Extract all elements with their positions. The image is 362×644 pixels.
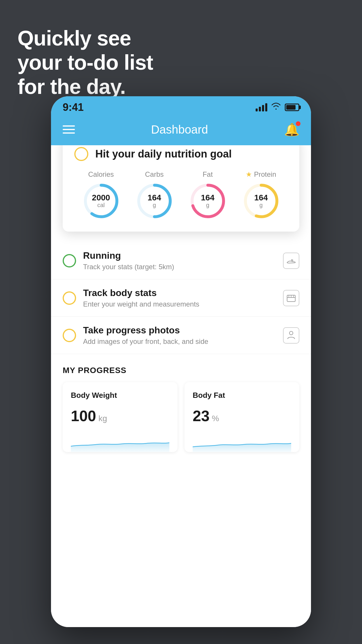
hero-line1: Quickly see xyxy=(17,26,153,50)
body-stats-checkbox[interactable] xyxy=(63,291,76,305)
body-weight-unit: kg xyxy=(99,414,107,423)
body-weight-card: Body Weight 100 kg xyxy=(63,382,178,452)
nutrition-card: Hit your daily nutrition goal Calories 2… xyxy=(63,145,299,232)
progress-section: MY PROGRESS Body Weight 100 kg xyxy=(51,354,311,458)
phone-mockup: 9:41 Da xyxy=(51,96,311,627)
body-weight-value: 100 xyxy=(71,407,96,425)
body-stats-title: Track body stats xyxy=(83,288,276,298)
notifications-button[interactable]: 🔔 xyxy=(284,123,299,137)
photos-checkbox[interactable] xyxy=(63,329,76,342)
battery-icon xyxy=(285,104,299,111)
signal-bar-4 xyxy=(265,103,267,111)
body-fat-chart xyxy=(193,432,291,452)
signal-bar-1 xyxy=(256,108,258,111)
nutrition-fat: Fat 164 g xyxy=(189,170,227,220)
menu-button[interactable] xyxy=(63,125,75,134)
todo-item-running[interactable]: Running Track your stats (target: 5km) xyxy=(51,242,311,279)
hero-line2: your to-do list xyxy=(17,50,153,75)
hero-line3: for the day. xyxy=(17,75,153,99)
nutrition-row: Calories 2000 cal Carbs xyxy=(74,170,288,220)
photos-text: Take progress photos Add images of your … xyxy=(83,325,276,346)
calories-ring: 2000 cal xyxy=(82,182,120,220)
protein-label: ★ Protein xyxy=(246,170,276,178)
carbs-ring: 164 g xyxy=(136,182,173,220)
protein-label-text: Protein xyxy=(254,170,276,178)
signal-bars-icon xyxy=(256,103,267,111)
running-checkbox[interactable] xyxy=(63,254,76,267)
app-header: Dashboard 🔔 xyxy=(51,116,311,145)
photos-icon xyxy=(283,327,299,344)
photos-subtitle: Add images of your front, back, and side xyxy=(83,337,276,346)
todo-item-photos[interactable]: Take progress photos Add images of your … xyxy=(51,317,311,354)
running-icon xyxy=(283,253,299,269)
carbs-value: 164 xyxy=(147,194,161,202)
hamburger-line-3 xyxy=(63,132,75,134)
fat-value-text: 164 g xyxy=(201,194,215,209)
star-icon: ★ xyxy=(246,170,252,178)
header-title: Dashboard xyxy=(151,123,208,136)
nutrition-protein: ★ Protein 164 g xyxy=(242,170,280,220)
photos-title: Take progress photos xyxy=(83,325,276,336)
app-content: THINGS TO DO TODAY Hit your daily nutrit… xyxy=(51,145,311,627)
hero-text: Quickly see your to-do list for the day. xyxy=(17,26,153,99)
carbs-value-text: 164 g xyxy=(147,194,161,209)
wifi-icon xyxy=(271,103,281,112)
protein-unit: g xyxy=(254,202,268,209)
fat-ring: 164 g xyxy=(189,182,227,220)
scale-icon xyxy=(286,293,296,303)
progress-cards: Body Weight 100 kg xyxy=(63,382,299,452)
calories-unit: cal xyxy=(92,202,110,209)
progress-title: MY PROGRESS xyxy=(63,366,299,375)
nutrition-calories: Calories 2000 cal xyxy=(82,170,120,220)
todo-list: Running Track your stats (target: 5km) T… xyxy=(51,242,311,458)
body-fat-card-title: Body Fat xyxy=(193,391,291,400)
signal-bar-2 xyxy=(259,107,261,111)
protein-ring: 164 g xyxy=(242,182,280,220)
body-weight-value-row: 100 kg xyxy=(71,407,169,425)
shoe-icon xyxy=(286,256,296,266)
carbs-label: Carbs xyxy=(145,170,164,178)
protein-value-text: 164 g xyxy=(254,194,268,209)
todo-item-body-stats[interactable]: Track body stats Enter your weight and m… xyxy=(51,279,311,317)
nutrition-checkbox[interactable] xyxy=(74,147,88,161)
body-fat-card: Body Fat 23 % xyxy=(184,382,299,452)
body-fat-value-row: 23 % xyxy=(193,407,291,425)
hamburger-line-1 xyxy=(63,125,75,127)
svg-point-13 xyxy=(289,331,293,335)
body-fat-unit: % xyxy=(212,414,219,423)
body-weight-card-title: Body Weight xyxy=(71,391,169,400)
body-weight-chart xyxy=(71,432,169,452)
status-time: 9:41 xyxy=(63,101,84,113)
nutrition-card-title: Hit your daily nutrition goal xyxy=(95,148,232,160)
hamburger-line-2 xyxy=(63,129,75,130)
running-text: Running Track your stats (target: 5km) xyxy=(83,250,276,271)
card-header: Hit your daily nutrition goal xyxy=(74,147,288,161)
calories-label: Calories xyxy=(88,170,114,178)
calories-value: 2000 xyxy=(92,194,110,202)
running-title: Running xyxy=(83,250,276,261)
signal-bar-3 xyxy=(262,105,264,111)
body-stats-subtitle: Enter your weight and measurements xyxy=(83,300,276,308)
protein-value: 164 xyxy=(254,194,268,202)
body-stats-text: Track body stats Enter your weight and m… xyxy=(83,288,276,308)
battery-fill xyxy=(286,105,296,110)
body-fat-value: 23 xyxy=(193,407,210,425)
status-bar: 9:41 xyxy=(51,96,311,116)
status-icons xyxy=(256,103,299,112)
notification-badge xyxy=(296,121,301,126)
body-stats-icon xyxy=(283,290,299,306)
fat-value: 164 xyxy=(201,194,215,202)
person-icon xyxy=(286,330,296,341)
calories-value-text: 2000 cal xyxy=(92,194,110,209)
running-subtitle: Track your stats (target: 5km) xyxy=(83,263,276,271)
carbs-unit: g xyxy=(147,202,161,209)
nutrition-carbs: Carbs 164 g xyxy=(136,170,173,220)
fat-label: Fat xyxy=(203,170,213,178)
fat-unit: g xyxy=(201,202,215,209)
